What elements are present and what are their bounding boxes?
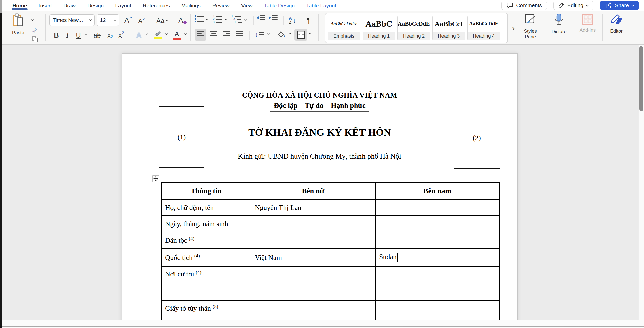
tab-mailings[interactable]: Mailings — [176, 0, 207, 11]
align-center-button[interactable] — [208, 29, 219, 41]
justify-button[interactable] — [234, 29, 246, 41]
text-effects-button[interactable]: A — [133, 30, 145, 41]
text-effects-chevron[interactable] — [146, 33, 148, 35]
bullets-menu-chevron[interactable] — [206, 18, 209, 21]
addins-button[interactable]: Add-ins — [576, 13, 600, 33]
align-right-button[interactable] — [221, 29, 232, 41]
numbering-menu-chevron[interactable] — [225, 18, 228, 21]
bold-button[interactable]: B — [51, 30, 61, 41]
styles-gallery-more-button[interactable]: › — [510, 23, 517, 33]
underline-button[interactable]: U — [73, 30, 84, 41]
style-heading-4[interactable]: AaBbCcDdE Heading 4 — [467, 16, 500, 40]
style-heading-2[interactable]: AaBbCcDdE Heading 2 — [397, 16, 430, 40]
borders-button[interactable] — [294, 29, 307, 41]
row-label-cell[interactable]: Họ, chữ đệm, tên — [161, 200, 251, 216]
shrink-font-button[interactable]: A — [136, 16, 146, 25]
editor-button[interactable]: Editor — [604, 13, 628, 34]
tab-draw[interactable]: Draw — [58, 0, 82, 11]
tab-design[interactable]: Design — [82, 0, 109, 11]
document-page[interactable]: CỘNG HÒA XÃ HỘI CHỦ NGHĨA VIỆT NAM Độc l… — [122, 53, 518, 320]
style-emphasis[interactable]: AaBbCcDdEe Emphasis — [328, 16, 360, 40]
change-case-button[interactable]: Aa — [154, 16, 171, 25]
header-thong-tin[interactable]: Thông tin — [161, 183, 251, 200]
subscript-button[interactable]: x2 — [105, 30, 116, 41]
line-spacing-chevron[interactable] — [267, 32, 270, 35]
male-cell[interactable] — [375, 200, 499, 216]
shading-menu-chevron[interactable] — [289, 32, 291, 35]
font-size-select[interactable]: 12 — [97, 14, 119, 26]
row-label-cell[interactable]: Dân tộc (4) — [161, 232, 251, 249]
tab-insert[interactable]: Insert — [33, 0, 58, 11]
font-color-menu-chevron[interactable] — [184, 33, 187, 35]
style-heading-1[interactable]: AaBbC Heading 1 — [363, 16, 395, 40]
row-label-cell[interactable]: Ngày, tháng, năm sinh — [161, 216, 251, 232]
numbering-button[interactable]: 1 2 3 — [213, 15, 222, 23]
vertical-scrollbar-track[interactable] — [638, 45, 644, 320]
superscript-button[interactable]: x2 — [116, 30, 127, 41]
table-move-handle[interactable] — [152, 175, 159, 182]
strikethrough-button[interactable]: ab — [91, 30, 104, 41]
male-cell[interactable] — [375, 266, 499, 301]
highlight-color-button[interactable] — [152, 29, 164, 41]
share-button[interactable]: Share — [600, 1, 639, 10]
tab-references[interactable]: References — [137, 0, 175, 11]
bullets-button[interactable] — [195, 15, 204, 22]
shading-button[interactable] — [276, 29, 287, 41]
line-spacing-button[interactable]: ↕ — [253, 29, 267, 41]
highlight-menu-chevron[interactable] — [165, 33, 168, 35]
male-cell[interactable] — [375, 232, 499, 249]
tab-home-label: Home — [12, 3, 27, 9]
vertical-scrollbar-thumb[interactable] — [639, 46, 643, 111]
increase-indent-button[interactable] — [269, 15, 278, 20]
paste-button[interactable]: Paste — [5, 13, 31, 35]
borders-menu-chevron[interactable] — [309, 32, 312, 35]
female-cell[interactable]: Nguyễn Thị Lan — [251, 200, 375, 216]
header-ben-nam[interactable]: Bên nam — [375, 183, 499, 200]
style-preview: AaBbCcI — [433, 16, 465, 32]
row-label-cell[interactable]: Quốc tịch (4) — [161, 249, 251, 266]
row-label-cell[interactable]: Giấy tờ tùy thân (5) — [161, 301, 251, 320]
show-paragraph-marks-button[interactable]: ¶ — [303, 14, 314, 26]
comments-button[interactable]: Comments — [501, 1, 547, 10]
male-cell[interactable] — [375, 216, 499, 232]
national-header[interactable]: CỘNG HÒA XÃ HỘI CHỦ NGHĨA VIỆT NAM — [122, 91, 517, 99]
style-label: Heading 1 — [363, 32, 395, 40]
tab-home[interactable]: Home — [7, 0, 33, 11]
dictate-button[interactable]: Dictate — [547, 13, 571, 34]
grow-font-button[interactable]: A — [122, 15, 133, 25]
font-name-select[interactable]: Times New... — [49, 14, 95, 26]
editing-mode-button[interactable]: Editing — [553, 1, 593, 10]
multilevel-list-button[interactable]: 1 a i — [231, 15, 242, 23]
decrease-indent-button[interactable] — [257, 15, 265, 20]
tab-table-layout[interactable]: Table Layout — [300, 0, 342, 11]
italic-button[interactable]: I — [63, 30, 72, 41]
tab-layout[interactable]: Layout — [109, 0, 137, 11]
sort-button[interactable]: AZ ↓ — [286, 14, 299, 26]
row-label-cell[interactable]: Nơi cư trú (4) — [161, 266, 251, 301]
align-center-icon — [210, 31, 217, 38]
align-left-button[interactable] — [195, 29, 206, 41]
female-cell[interactable] — [251, 266, 375, 301]
tab-review[interactable]: Review — [207, 0, 235, 11]
underline-menu-chevron[interactable] — [85, 33, 87, 35]
recipient-line[interactable]: Kính gửi: UBND huyện Chương Mỹ, thành ph… — [122, 152, 517, 160]
document-title[interactable]: TỜ KHAI ĐĂNG KÝ KẾT HÔN — [122, 126, 517, 138]
styles-pane-button[interactable]: Styles Pane — [518, 13, 542, 40]
header-ben-nu[interactable]: Bên nữ — [251, 183, 375, 200]
copy-button[interactable] — [30, 35, 40, 44]
tab-table-design[interactable]: Table Design — [258, 0, 300, 11]
font-color-button[interactable]: A — [171, 29, 183, 41]
style-heading-3[interactable]: AaBbCcI Heading 3 — [432, 16, 465, 40]
align-left-icon — [197, 31, 204, 38]
male-cell[interactable]: Sudan — [375, 249, 499, 266]
female-cell[interactable]: Việt Nam — [251, 249, 375, 266]
female-cell[interactable] — [251, 301, 375, 320]
tab-view[interactable]: View — [235, 0, 258, 11]
female-cell[interactable] — [251, 216, 375, 232]
female-cell[interactable] — [251, 232, 375, 249]
cut-button[interactable]: ✂ — [30, 26, 40, 35]
clear-formatting-button[interactable]: A — [177, 15, 188, 25]
multilevel-menu-chevron[interactable] — [244, 18, 247, 21]
male-cell[interactable] — [375, 301, 499, 320]
paste-menu-chevron[interactable] — [31, 19, 34, 21]
